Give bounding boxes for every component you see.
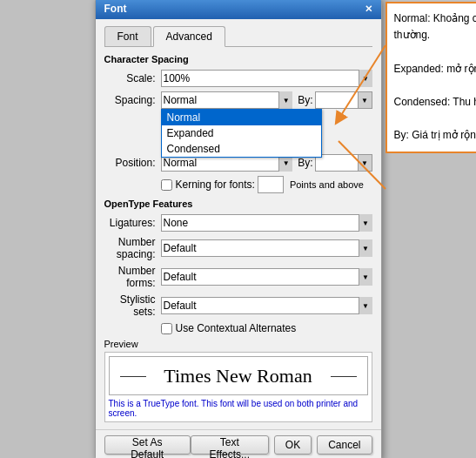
spacing-label: Spacing: <box>104 94 161 106</box>
number-forms-label: Number forms: <box>104 265 161 289</box>
dialog-content: Font Advanced Character Spacing Scale: 1… <box>96 19 381 429</box>
tooltip-line3: Condensed: Thu hẹp <box>394 96 477 108</box>
contextual-row: Use Contextual Alternates <box>104 322 372 334</box>
ligatures-select[interactable]: None <box>161 214 372 232</box>
number-spacing-label: Number spacing: <box>104 236 161 260</box>
tab-bar: Font Advanced <box>104 26 372 47</box>
dialog-footer: Set As Default Text Effects... OK Cancel <box>96 429 381 458</box>
position-label: Position: <box>104 157 161 169</box>
text-effects-button[interactable]: Text Effects... <box>191 435 269 455</box>
spacing-by-input-wrapper: ▼ <box>313 91 372 109</box>
tooltip-line2: Expanded: mở rộng <box>394 63 477 75</box>
number-spacing-select-wrapper: Default ▼ <box>161 239 372 257</box>
font-dialog: Font ✕ Font Advanced Character Spacing S… <box>95 0 382 458</box>
preview-info: This is a TrueType font. This font will … <box>109 399 368 418</box>
number-forms-row: Number forms: Default ▼ <box>104 265 372 289</box>
tooltip-line4: By: Giá trị mở rộng hoặc thu hẹp <box>394 129 477 141</box>
opentype-label: OpenType Features <box>104 199 372 209</box>
character-spacing-section: Character Spacing Scale: 100% ▼ Spacing: <box>104 54 372 193</box>
position-by-arrow-icon: ▼ <box>359 154 372 172</box>
kerning-label: Kerning for fonts: <box>176 178 255 191</box>
stylistic-sets-label: Stylistic sets: <box>104 293 161 318</box>
stylistic-sets-select[interactable]: Default <box>161 297 372 314</box>
cancel-button[interactable]: Cancel <box>317 435 372 455</box>
spacing-by-arrow-icon: ▼ <box>359 91 372 109</box>
preview-label: Preview <box>104 339 372 349</box>
spacing-option-condensed[interactable]: Condensed <box>162 141 321 157</box>
kerning-checkbox[interactable] <box>161 179 172 191</box>
character-spacing-label: Character Spacing <box>104 54 372 64</box>
contextual-label: Use Contextual Alternates <box>176 322 297 334</box>
tab-font[interactable]: Font <box>104 26 151 46</box>
spacing-option-expanded[interactable]: Expanded <box>162 125 321 141</box>
spacing-by-label: By: <box>298 94 312 106</box>
number-spacing-row: Number spacing: Default ▼ <box>104 236 372 260</box>
stylistic-sets-select-wrapper: Default ▼ <box>161 297 372 314</box>
kerning-row: Kerning for fonts: Points and above <box>104 176 372 193</box>
ok-button[interactable]: OK <box>274 435 312 455</box>
number-spacing-select[interactable]: Default <box>161 239 372 257</box>
dialog-title: Font <box>104 3 127 15</box>
ligatures-select-wrapper: None ▼ <box>161 214 372 232</box>
ligatures-label: Ligatures: <box>104 217 161 229</box>
preview-box: Times New Roman <box>109 356 368 395</box>
tooltip-box: Normal: Khoảng cách bình thường. Expande… <box>385 2 477 153</box>
preview-line-left <box>120 376 146 377</box>
dialog-titlebar: Font ✕ <box>96 0 381 19</box>
set-default-button[interactable]: Set As Default <box>104 435 191 455</box>
scale-select[interactable]: 100% <box>161 70 372 87</box>
scale-label: Scale: <box>104 72 161 84</box>
position-by-input-wrapper: ▼ <box>313 154 372 172</box>
tooltip-line1: Normal: Khoảng cách bình thường. <box>394 12 477 41</box>
kerning-value-input[interactable] <box>258 176 284 193</box>
position-by-label: By: <box>298 157 312 169</box>
number-forms-select[interactable]: Default <box>161 268 372 286</box>
spacing-option-normal[interactable]: Normal <box>162 110 321 125</box>
opentype-section: OpenType Features Ligatures: None ▼ Numb… <box>104 199 372 334</box>
spacing-select[interactable]: Normal Expanded Condensed <box>161 91 293 109</box>
tab-advanced[interactable]: Advanced <box>153 26 225 47</box>
preview-line-right <box>331 376 357 377</box>
ligatures-row: Ligatures: None ▼ <box>104 214 372 232</box>
stylistic-sets-row: Stylistic sets: Default ▼ <box>104 293 372 318</box>
spacing-select-wrapper: Normal Expanded Condensed ▼ <box>161 91 293 109</box>
number-forms-select-wrapper: Default ▼ <box>161 268 372 286</box>
scale-select-wrapper: 100% ▼ <box>161 70 372 87</box>
contextual-checkbox[interactable] <box>161 323 172 334</box>
scale-row: Scale: 100% ▼ <box>104 70 372 87</box>
close-icon[interactable]: ✕ <box>365 3 372 15</box>
spacing-dropdown[interactable]: Normal Expanded Condensed <box>161 109 322 158</box>
spacing-by-input[interactable] <box>315 91 359 109</box>
footer-btn-group: Text Effects... OK Cancel <box>191 435 372 455</box>
preview-section: Preview Times New Roman This is a TrueTy… <box>104 339 372 422</box>
points-label: Points and above <box>290 179 364 190</box>
spacing-row: Spacing: Normal Expanded Condensed ▼ By:… <box>104 91 372 109</box>
